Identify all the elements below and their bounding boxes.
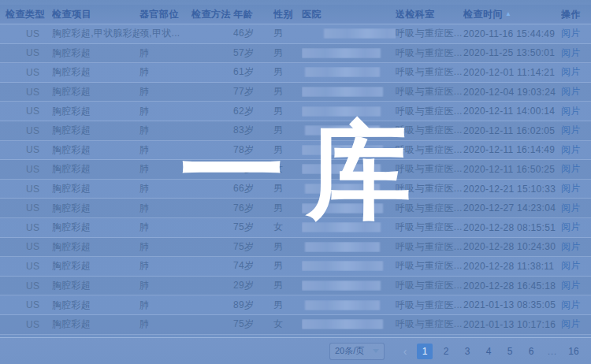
hospital-redacted-blur — [302, 222, 381, 232]
cell-hospital — [302, 67, 396, 77]
column-header-actions: 操作 — [561, 8, 591, 21]
page-ellipsis-button[interactable]: ... — [545, 344, 560, 359]
cell-age: 83岁 — [233, 124, 273, 137]
cell-exam-time: 2020-12-11 14:00:14 — [463, 106, 561, 117]
cell-hospital — [302, 184, 396, 194]
page-button-4[interactable]: 4 — [481, 344, 496, 359]
page-button-5[interactable]: 5 — [502, 344, 518, 359]
cell-age: 57岁 — [233, 46, 273, 60]
page-button-1[interactable]: 1 — [417, 344, 433, 359]
table-row: US 胸腔彩超 肺 77岁 男 呼吸与重症医... 2020-12-04 19:… — [0, 83, 591, 102]
pager: ‹ 123456...16 — [399, 344, 582, 359]
cell-organ-part: 肺 — [139, 259, 191, 273]
cell-exam-time: 2020-12-11 16:14:49 — [463, 144, 561, 155]
hospital-redacted-blur — [302, 48, 381, 58]
cell-age: 29岁 — [233, 279, 273, 292]
view-film-link[interactable]: 阅片 — [561, 28, 581, 39]
view-film-link[interactable]: 阅片 — [561, 318, 581, 329]
view-film-link[interactable]: 阅片 — [561, 124, 581, 136]
view-film-link[interactable]: 阅片 — [561, 47, 581, 58]
cell-department: 呼吸与重症医... — [396, 240, 463, 254]
hospital-redacted-blur — [305, 300, 380, 310]
view-film-link[interactable]: 阅片 — [561, 183, 581, 194]
cell-exam-item: 胸腔彩超 — [52, 46, 139, 60]
cell-exam-type: US — [6, 261, 52, 272]
cell-department: 呼吸与重症医... — [396, 143, 463, 157]
view-film-link[interactable]: 阅片 — [561, 260, 581, 271]
table-row: US 胸腔彩超 肺 61岁 男 呼吸与重症医... 2020-12-01 11:… — [0, 63, 591, 83]
cell-gender: 男 — [273, 27, 302, 40]
cell-exam-time: 2021-01-13 10:17:16 — [463, 319, 561, 330]
hospital-redacted-blur — [302, 164, 381, 174]
view-film-link[interactable]: 阅片 — [561, 202, 581, 214]
cell-department: 呼吸与重症医... — [396, 105, 463, 118]
cell-gender: 男 — [273, 143, 302, 157]
view-film-link[interactable]: 阅片 — [561, 144, 581, 155]
hospital-redacted-blur — [305, 184, 380, 194]
column-header-exam-item: 检查项目 — [52, 8, 139, 21]
cell-department: 呼吸与重症医... — [396, 221, 463, 234]
column-header-age: 年龄 — [233, 8, 273, 21]
view-film-link[interactable]: 阅片 — [561, 86, 581, 97]
cell-age: 78岁 — [233, 143, 273, 157]
cell-age: 75岁 — [233, 221, 273, 234]
cell-department: 呼吸与重症医... — [396, 124, 463, 137]
cell-gender: 男 — [273, 124, 302, 137]
cell-exam-item: 胸腔彩超 — [52, 259, 139, 273]
view-film-link[interactable]: 阅片 — [561, 241, 581, 252]
view-film-link[interactable]: 阅片 — [561, 163, 581, 174]
column-header-exam-time[interactable]: 检查时间▲ — [463, 8, 561, 21]
cell-exam-time: 2020-12-04 19:03:24 — [463, 87, 561, 98]
page-button-3[interactable]: 3 — [459, 344, 475, 359]
cell-exam-item: 胸腔彩超 — [52, 182, 139, 195]
cell-gender: 男 — [273, 46, 302, 60]
cell-gender: 男 — [273, 85, 302, 98]
view-film-link[interactable]: 阅片 — [561, 66, 581, 77]
cell-organ-part: 肺 — [139, 221, 191, 234]
cell-exam-item: 胸腔彩超,甲状腺彩超 — [52, 27, 139, 40]
cell-hospital — [302, 319, 396, 329]
column-header-organ-part: 器官部位 — [139, 8, 191, 21]
prev-page-button[interactable]: ‹ — [399, 344, 411, 359]
table-row: US 胸腔彩超 肺 29岁 男 呼吸与重症医... 2020-12-28 16:… — [0, 277, 591, 296]
column-header-exam-type: 检查类型 — [6, 8, 52, 21]
hospital-redacted-blur — [302, 280, 381, 291]
cell-hospital — [302, 280, 396, 291]
exam-list-screen: 检查类型 检查项目 器官部位 检查方法 年龄 性别 医院 送检科室 检查时间▲ … — [0, 0, 591, 364]
cell-gender: 女 — [273, 162, 302, 176]
cell-hospital — [302, 106, 396, 117]
cell-exam-item: 胸腔彩超 — [52, 143, 139, 157]
cell-exam-item: 胸腔彩超 — [52, 105, 139, 118]
cell-department: 呼吸与重症医... — [396, 299, 463, 312]
page-size-select[interactable]: 20条/页 — [329, 343, 385, 360]
page-button-2[interactable]: 2 — [438, 344, 454, 359]
cell-exam-time: 2021-01-13 08:35:05 — [463, 299, 561, 310]
cell-organ-part: 肺 — [139, 299, 191, 312]
cell-exam-type: US — [6, 164, 52, 175]
cell-gender: 男 — [273, 240, 302, 254]
cell-age: 75岁 — [233, 240, 273, 254]
cell-hospital — [302, 164, 396, 174]
view-film-link[interactable]: 阅片 — [561, 299, 581, 310]
table-row: US 胸腔彩超 肺 75岁 女 呼吸与重症医... 2020-12-28 08:… — [0, 218, 591, 238]
table-row: US 胸腔彩超 肺 57岁 男 呼吸与重症医... 2020-11-25 13:… — [0, 44, 591, 64]
table-row: US 胸腔彩超 肺 66岁 男 呼吸与重症医... 2020-12-21 15:… — [0, 180, 591, 199]
cell-organ-part: 颈,甲状... — [139, 27, 191, 40]
sort-asc-icon: ▲ — [505, 10, 511, 17]
page-button-6[interactable]: 6 — [523, 344, 539, 359]
view-film-link[interactable]: 阅片 — [561, 106, 581, 117]
hospital-redacted-blur — [302, 87, 383, 97]
view-film-link[interactable]: 阅片 — [561, 280, 581, 291]
table-row: US 胸腔彩超 肺 89岁 男 呼吸与重症医... 2021-01-13 08:… — [0, 295, 591, 315]
view-film-link[interactable]: 阅片 — [561, 221, 581, 232]
cell-department: 呼吸与重症医... — [396, 202, 463, 215]
cell-organ-part: 肺 — [139, 46, 191, 60]
pagination-bar: 20条/页 ‹ 123456...16 — [0, 337, 591, 364]
cell-department: 呼吸与重症医... — [396, 318, 463, 331]
cell-exam-type: US — [6, 106, 52, 117]
cell-gender: 女 — [273, 221, 302, 234]
cell-hospital — [302, 242, 396, 252]
column-header-exam-method: 检查方法 — [191, 8, 233, 21]
cell-exam-type: US — [6, 67, 52, 78]
page-button-16[interactable]: 16 — [566, 344, 582, 359]
